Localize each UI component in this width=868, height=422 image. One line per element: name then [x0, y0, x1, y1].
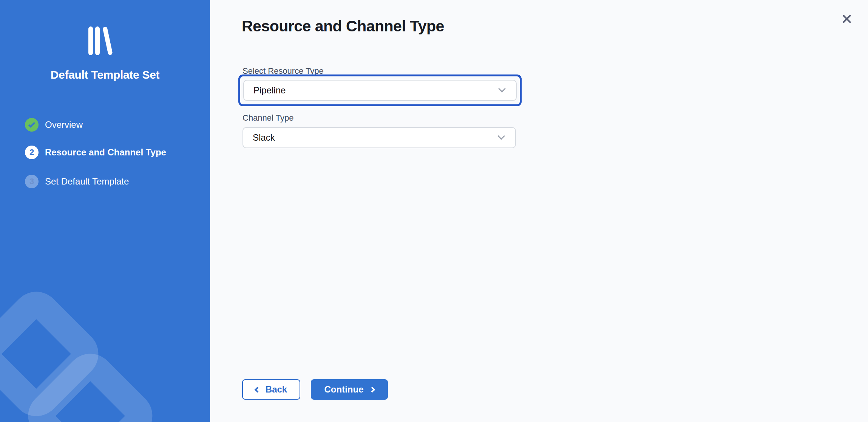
resource-type-select[interactable]: Pipeline	[243, 80, 517, 101]
wizard-modal: Default Template Set Overview 2 Resource…	[0, 0, 868, 422]
wizard-content: Resource and Channel Type Select Resourc…	[210, 0, 868, 422]
channel-type-select[interactable]: Slack	[242, 127, 516, 148]
step-resource-and-channel-type[interactable]: 2 Resource and Channel Type	[25, 146, 166, 159]
step-label: Set Default Template	[45, 176, 129, 187]
back-button-label: Back	[266, 384, 287, 395]
books-logo	[88, 26, 115, 56]
step-number-badge: 3	[25, 175, 39, 188]
close-icon	[842, 14, 852, 24]
step-label: Resource and Channel Type	[45, 147, 166, 158]
step-set-default-template: 3 Set Default Template	[25, 175, 129, 188]
check-icon	[28, 121, 35, 127]
close-button[interactable]	[839, 11, 855, 27]
wizard-title: Default Template Set	[0, 68, 210, 81]
step-label: Overview	[45, 119, 83, 130]
wizard-sidebar: Default Template Set Overview 2 Resource…	[0, 0, 210, 422]
chevron-right-icon	[369, 386, 375, 393]
resource-type-value: Pipeline	[253, 85, 499, 96]
chevron-down-icon	[497, 132, 505, 140]
logo-bar	[102, 26, 113, 56]
channel-type-label: Channel Type	[242, 113, 293, 123]
chevron-down-icon	[498, 85, 506, 93]
channel-type-value: Slack	[253, 132, 499, 143]
chevron-left-icon	[255, 386, 261, 393]
step-overview[interactable]: Overview	[25, 118, 83, 132]
logo-bar	[88, 26, 93, 55]
continue-button-label: Continue	[324, 384, 364, 395]
back-button[interactable]: Back	[242, 379, 300, 400]
step-number-badge: 2	[25, 146, 39, 159]
continue-button[interactable]: Continue	[311, 379, 388, 400]
page-title: Resource and Channel Type	[242, 17, 444, 35]
logo-bar	[95, 26, 100, 55]
step-completed-badge	[25, 118, 39, 132]
